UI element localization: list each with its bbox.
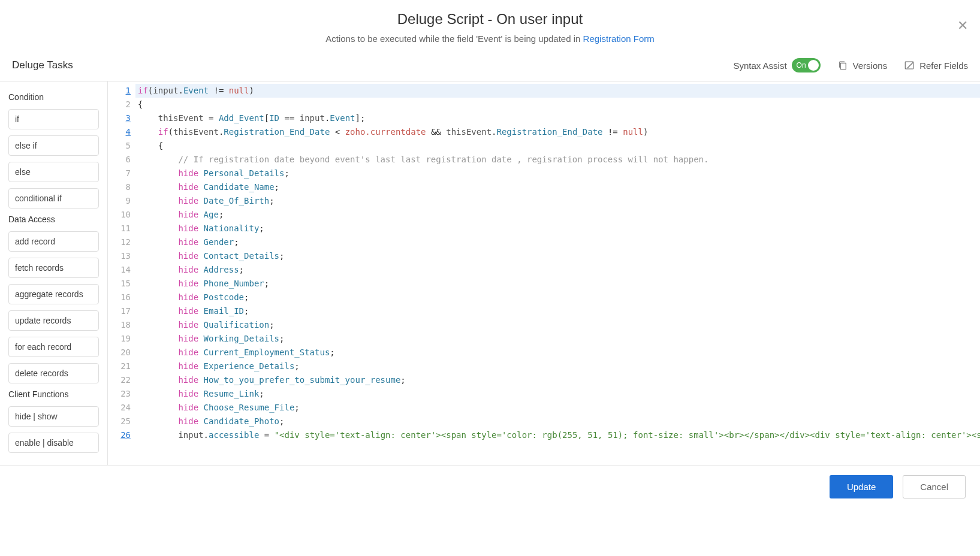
code-line[interactable]: hide Qualification; <box>135 318 980 332</box>
task-item[interactable]: enable | disable <box>8 433 99 453</box>
task-item[interactable]: if <box>8 109 99 129</box>
sidebar-section-title: Data Access <box>8 214 99 224</box>
line-number: 12 <box>108 235 131 249</box>
task-item[interactable]: hide | show <box>8 406 99 427</box>
line-number: 18 <box>108 318 131 332</box>
code-line[interactable]: hide Postcode; <box>135 291 980 304</box>
line-number: 6 <box>108 153 131 167</box>
versions-button[interactable]: Versions <box>837 60 888 71</box>
code-line[interactable]: hide Choose_Resume_File; <box>135 401 980 415</box>
line-number: 22 <box>108 373 131 387</box>
refer-fields-icon <box>904 60 915 71</box>
line-number: 2 <box>108 98 131 111</box>
task-item[interactable]: conditional if <box>8 188 99 208</box>
line-number: 11 <box>108 222 131 235</box>
line-number: 14 <box>108 263 131 277</box>
update-button[interactable]: Update <box>830 475 893 498</box>
task-item[interactable]: add record <box>8 231 99 252</box>
sidebar: Conditionifelse ifelseconditional ifData… <box>0 81 108 465</box>
line-number: 7 <box>108 167 131 180</box>
code-line[interactable]: hide Email_ID; <box>135 304 980 318</box>
page-title: Deluge Script - On user input <box>12 11 968 28</box>
line-number: 19 <box>108 332 131 346</box>
code-editor[interactable]: 1234567891011121314151617181920212223242… <box>108 81 980 465</box>
code-area[interactable]: if(input.Event != null){ thisEvent = Add… <box>135 81 980 465</box>
code-line[interactable]: hide Resume_Link; <box>135 387 980 401</box>
task-item[interactable]: delete records <box>8 363 99 383</box>
task-item[interactable]: for each record <box>8 337 99 357</box>
task-item[interactable]: fetch records <box>8 258 99 278</box>
line-number[interactable]: 3 <box>108 111 131 125</box>
code-line[interactable]: hide Contact_Details; <box>135 249 980 263</box>
code-line[interactable]: { <box>135 98 980 111</box>
code-line[interactable]: hide Working_Details; <box>135 332 980 346</box>
line-number: 21 <box>108 359 131 373</box>
code-line[interactable]: hide Nationality; <box>135 222 980 235</box>
close-icon[interactable]: ✕ <box>957 18 968 34</box>
code-line[interactable]: if(input.Event != null) <box>135 84 980 98</box>
line-number: 15 <box>108 277 131 291</box>
toolbar: Deluge Tasks Syntax Assist On Versions R… <box>0 50 980 81</box>
sidebar-section-title: Client Functions <box>8 389 99 399</box>
line-number[interactable]: 1 <box>108 84 131 98</box>
form-link[interactable]: Registration Form <box>583 34 655 44</box>
code-line[interactable]: { <box>135 139 980 153</box>
svg-rect-0 <box>840 63 846 70</box>
line-number: 23 <box>108 387 131 401</box>
task-item[interactable]: update records <box>8 310 99 331</box>
line-number: 24 <box>108 401 131 415</box>
code-line[interactable]: hide Phone_Number; <box>135 277 980 291</box>
line-number: 5 <box>108 139 131 153</box>
code-line[interactable]: // If registration date beyond event's l… <box>135 153 980 167</box>
line-number: 8 <box>108 180 131 194</box>
footer: Update Cancel <box>0 465 980 508</box>
cancel-button[interactable]: Cancel <box>903 475 966 498</box>
line-number: 9 <box>108 194 131 208</box>
code-line[interactable]: hide Date_Of_Birth; <box>135 194 980 208</box>
line-number[interactable]: 26 <box>108 428 131 442</box>
code-line[interactable]: hide How_to_you_prefer_to_submit_your_re… <box>135 373 980 387</box>
task-item[interactable]: aggregate records <box>8 284 99 304</box>
code-line[interactable]: input.accessible = "<div style='text-ali… <box>135 428 980 442</box>
line-gutter: 1234567891011121314151617181920212223242… <box>108 81 135 465</box>
line-number: 25 <box>108 415 131 428</box>
line-number: 10 <box>108 208 131 222</box>
code-line[interactable]: hide Current_Employment_Status; <box>135 346 980 359</box>
versions-icon <box>837 60 848 71</box>
code-line[interactable]: hide Address; <box>135 263 980 277</box>
line-number[interactable]: 4 <box>108 125 131 139</box>
sidebar-section-title: Condition <box>8 92 99 102</box>
code-line[interactable]: hide Candidate_Photo; <box>135 415 980 428</box>
code-line[interactable]: hide Personal_Details; <box>135 167 980 180</box>
sidebar-title: Deluge Tasks <box>12 59 73 71</box>
code-line[interactable]: hide Age; <box>135 208 980 222</box>
syntax-assist-toggle[interactable]: Syntax Assist On <box>733 58 820 72</box>
header: Deluge Script - On user input Actions to… <box>0 0 980 50</box>
toggle-switch[interactable]: On <box>792 58 821 72</box>
code-line[interactable]: hide Candidate_Name; <box>135 180 980 194</box>
task-item[interactable]: else <box>8 162 99 182</box>
line-number: 16 <box>108 291 131 304</box>
code-line[interactable]: hide Gender; <box>135 235 980 249</box>
task-item[interactable]: else if <box>8 135 99 156</box>
subtitle: Actions to be executed while the field '… <box>12 34 968 44</box>
code-line[interactable]: hide Experience_Details; <box>135 359 980 373</box>
refer-fields-button[interactable]: Refer Fields <box>904 60 968 71</box>
line-number: 17 <box>108 304 131 318</box>
code-line[interactable]: if(thisEvent.Registration_End_Date < zoh… <box>135 125 980 139</box>
line-number: 13 <box>108 249 131 263</box>
svg-rect-1 <box>905 62 913 69</box>
code-line[interactable]: thisEvent = Add_Event[ID == input.Event]… <box>135 111 980 125</box>
main-area: Conditionifelse ifelseconditional ifData… <box>0 81 980 465</box>
line-number: 20 <box>108 346 131 359</box>
